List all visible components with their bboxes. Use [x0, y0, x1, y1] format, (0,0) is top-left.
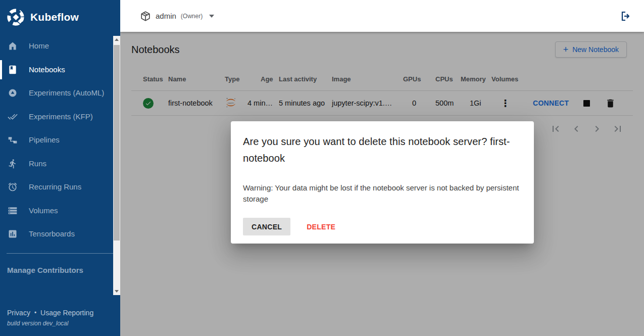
experiments-automl-icon [8, 88, 18, 98]
sidebar-item-label: Recurring Runs [29, 181, 81, 193]
dialog-warning-text: Warning: Your data might be lost if the … [243, 182, 522, 205]
sidebar-item-label: Runs [29, 158, 46, 170]
logout-button[interactable] [618, 8, 634, 24]
cancel-button[interactable]: CANCEL [243, 218, 290, 235]
sidebar-item-home[interactable]: Home [0, 34, 120, 58]
sidebar: Kubeflow Home Notebooks Experiments (Aut… [0, 0, 120, 336]
app-logo[interactable]: Kubeflow [0, 0, 120, 32]
delete-confirmation-dialog: Are you sure you want to delete this not… [231, 121, 534, 244]
sidebar-item-label: Pipelines [29, 134, 60, 146]
volumes-icon [8, 206, 18, 216]
tensorboards-icon [8, 229, 18, 239]
scrollbar-up-icon[interactable] [113, 36, 120, 43]
dropdown-caret-icon [209, 15, 214, 18]
runs-icon [8, 159, 18, 169]
logout-icon [620, 10, 632, 22]
footer-separator: • [34, 309, 36, 316]
scrollbar-down-icon[interactable] [113, 287, 120, 295]
sidebar-item-label: Volumes [29, 205, 58, 217]
sidebar-item-tensorboards[interactable]: Tensorboards [0, 222, 120, 246]
sidebar-item-label: Experiments (KFP) [29, 111, 93, 123]
namespace-name: admin [156, 12, 176, 20]
namespace-cube-icon [140, 11, 151, 22]
sidebar-item-volumes[interactable]: Volumes [0, 199, 120, 223]
sidebar-item-runs[interactable]: Runs [0, 152, 120, 176]
sidebar-scrollbar[interactable] [113, 36, 120, 295]
sidebar-item-experiments-kfp[interactable]: Experiments (KFP) [0, 105, 120, 129]
namespace-role: (Owner) [181, 13, 203, 20]
manage-contributors-link[interactable]: Manage Contributors [0, 254, 120, 274]
sidebar-item-label: Experiments (AutoML) [29, 87, 104, 99]
dialog-actions: CANCEL DELETE [243, 218, 522, 235]
usage-reporting-link[interactable]: Usage Reporting [40, 309, 93, 317]
sidebar-item-label: Notebooks [29, 64, 65, 76]
sidebar-item-label: Tensorboards [29, 228, 75, 240]
sidebar-item-recurring-runs[interactable]: Recurring Runs [0, 175, 120, 199]
pipelines-icon [8, 135, 18, 145]
kubeflow-logo-icon [6, 8, 25, 27]
delete-button[interactable]: DELETE [303, 218, 339, 235]
dialog-title: Are you sure you want to delete this not… [243, 133, 522, 167]
sidebar-footer: Privacy • Usage Reporting build version … [7, 309, 93, 327]
sidebar-item-experiments-automl[interactable]: Experiments (AutoML) [0, 81, 120, 105]
topbar: admin (Owner) [120, 0, 644, 32]
scrollbar-thumb[interactable] [114, 45, 120, 241]
notebooks-icon [8, 65, 18, 75]
sidebar-item-pipelines[interactable]: Pipelines [0, 128, 120, 152]
experiments-kfp-icon [8, 112, 18, 122]
home-icon [8, 41, 18, 51]
namespace-selector[interactable]: admin (Owner) [140, 11, 214, 22]
recurring-runs-icon [8, 182, 18, 192]
sidebar-item-label: Home [29, 40, 49, 52]
privacy-link[interactable]: Privacy [7, 309, 30, 317]
build-version-label: build version dev_local [7, 320, 93, 327]
app-title: Kubeflow [30, 11, 79, 23]
sidebar-nav: Home Notebooks Experiments (AutoML) Expe… [0, 32, 120, 246]
sidebar-item-notebooks[interactable]: Notebooks [0, 58, 120, 82]
